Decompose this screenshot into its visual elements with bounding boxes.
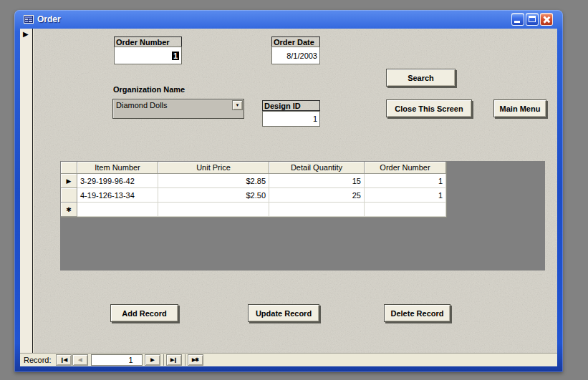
organization-name-label: Organization Name	[113, 85, 185, 94]
close-screen-button[interactable]: Close This Screen	[386, 99, 472, 117]
record-navigator: Record: ❙◀ ◀ 1 ▶ ▶❙ ▶✱	[20, 353, 557, 366]
search-button[interactable]: Search	[386, 69, 456, 87]
cell-unit-price-empty[interactable]	[158, 203, 269, 217]
delete-record-button[interactable]: Delete Record	[384, 304, 450, 322]
nav-separator	[185, 354, 185, 366]
order-date-value: 8/1/2003	[286, 52, 317, 60]
select-all-header[interactable]	[61, 162, 77, 174]
add-record-button[interactable]: Add Record	[110, 304, 178, 322]
record-selector-bar[interactable]: ▶	[20, 29, 33, 353]
cell-detail-quantity[interactable]: 25	[269, 188, 365, 203]
current-record-icon: ▶	[23, 31, 29, 38]
form-icon	[24, 15, 34, 24]
form-client-area: ▶ Order Number 1 Order Date 8/1/2003	[20, 29, 557, 366]
last-record-button[interactable]: ▶❙	[166, 354, 182, 366]
design-id-value: 1	[313, 115, 317, 123]
row-selector[interactable]	[61, 188, 77, 203]
order-details-subform: Item Number Unit Price Detail Quantity O…	[60, 161, 545, 271]
order-number-input[interactable]: 1	[114, 47, 182, 64]
record-nav-label: Record:	[24, 356, 52, 364]
column-header-unit-price[interactable]: Unit Price	[158, 162, 269, 174]
previous-record-button: ◀	[72, 354, 88, 366]
first-record-button[interactable]: ❙◀	[56, 354, 72, 366]
next-record-button[interactable]: ▶	[145, 354, 160, 366]
minimize-icon	[514, 21, 520, 23]
cell-detail-quantity-empty[interactable]	[269, 203, 365, 217]
form-body: Order Number 1 Order Date 8/1/2003 Searc…	[34, 29, 557, 353]
maximize-button[interactable]	[526, 13, 539, 26]
cell-order-number-empty[interactable]	[365, 203, 446, 217]
order-date-label: Order Date	[271, 36, 320, 47]
cell-item-number[interactable]: 3-29-199-96-42	[77, 174, 158, 188]
column-header-item-number[interactable]: Item Number	[77, 162, 158, 174]
order-date-input[interactable]: 8/1/2003	[271, 47, 320, 64]
order-details-table: Item Number Unit Price Detail Quantity O…	[61, 162, 447, 218]
desktop-background: Order ▶ Order Number 1	[0, 0, 588, 380]
organization-name-value: Diamond Dolls	[116, 101, 168, 109]
cell-unit-price[interactable]: $2.50	[158, 188, 269, 203]
maximize-icon	[529, 16, 536, 22]
column-header-order-number[interactable]: Order Number	[365, 162, 446, 174]
minimize-button[interactable]	[511, 13, 524, 26]
cell-item-number-empty[interactable]	[77, 203, 158, 217]
combobox-dropdown-button[interactable]: ▼	[232, 100, 243, 110]
cell-detail-quantity[interactable]: 15	[269, 174, 365, 188]
order-number-label: Order Number	[114, 36, 182, 47]
update-record-button[interactable]: Update Record	[248, 304, 319, 322]
close-button[interactable]	[540, 13, 553, 26]
row-selector-current[interactable]: ▶	[61, 174, 77, 188]
order-form-window: Order ▶ Order Number 1	[14, 10, 563, 372]
cell-order-number[interactable]: 1	[365, 174, 446, 188]
design-id-input[interactable]: 1	[262, 111, 320, 127]
window-title: Order	[37, 14, 61, 24]
cell-unit-price[interactable]: $2.85	[158, 174, 269, 188]
row-selector-new[interactable]: ✱	[61, 203, 77, 217]
column-header-detail-quantity[interactable]: Detail Quantity	[269, 162, 365, 174]
current-record-icon: ▶	[67, 177, 72, 185]
new-record-button[interactable]: ▶✱	[188, 354, 203, 366]
order-number-value: 1	[172, 52, 179, 60]
cell-order-number[interactable]: 1	[365, 188, 446, 203]
organization-name-combobox[interactable]: Diamond Dolls ▼	[112, 99, 244, 119]
record-number-input[interactable]: 1	[91, 354, 143, 366]
main-menu-button[interactable]: Main Menu	[493, 99, 546, 117]
titlebar[interactable]: Order	[14, 10, 563, 29]
nav-separator	[163, 354, 164, 366]
design-id-label: Design ID	[262, 100, 320, 111]
cell-item-number[interactable]: 4-19-126-13-34	[77, 188, 158, 203]
chevron-down-icon: ▼	[236, 103, 240, 107]
new-record-icon: ✱	[66, 206, 72, 213]
